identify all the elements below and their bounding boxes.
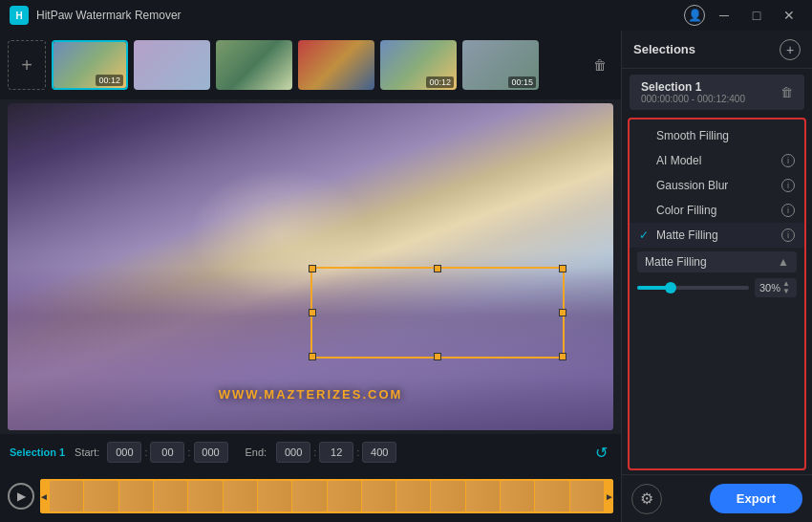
user-icon[interactable]: 👤 (684, 5, 705, 26)
filmstrip-thumb-6[interactable]: 00:15 (462, 40, 539, 90)
handle-tm[interactable] (434, 265, 441, 272)
gear-icon: ⚙ (640, 489, 653, 508)
timeline-frame (292, 481, 326, 511)
start-hours-input[interactable]: 000 (107, 442, 141, 463)
method-label-color: Color Filling (656, 204, 778, 217)
timeline-frame (50, 481, 83, 511)
titlebar: H HitPaw Watermark Remover 👤 ─ □ ✕ (0, 0, 812, 31)
handle-rm[interactable] (559, 309, 566, 316)
method-label-ai: AI Model (656, 154, 778, 167)
dropdown-arrow-icon: ▲ (778, 255, 789, 269)
app-logo: H (10, 6, 29, 25)
timeline-track[interactable]: ◄ (40, 479, 613, 513)
add-media-button[interactable]: + (8, 40, 46, 90)
delete-media-button[interactable]: 🗑 (587, 52, 613, 78)
method-color-filling[interactable]: Color Filling i (630, 198, 804, 223)
timeline-frame (396, 481, 430, 511)
dropdown-selected-label: Matte Filling (645, 255, 707, 269)
start-label: Start: (75, 446, 99, 458)
timeline-handle-right[interactable]: ► (606, 479, 613, 513)
slider-value: 30% (759, 282, 780, 294)
slider-value-box: 30% ▲ ▼ (755, 278, 797, 297)
close-button[interactable]: ✕ (776, 6, 802, 25)
filmstrip-thumb-3[interactable] (216, 40, 292, 90)
settings-button[interactable]: ⚙ (631, 484, 662, 514)
matte-filling-info-icon[interactable]: i (781, 228, 795, 242)
timeline: ▶ ◄ (0, 470, 621, 522)
timeline-frame (501, 481, 534, 511)
end-label: End: (246, 446, 267, 458)
end-minutes-input[interactable]: 12 (319, 442, 353, 463)
method-matte-filling[interactable]: ✓ Matte Filling i (630, 223, 804, 248)
method-list: Smooth Filling AI Model i Gaussion Blur … (628, 118, 806, 470)
method-smooth-filling[interactable]: Smooth Filling (630, 123, 804, 148)
filmstrip-thumb-2[interactable] (134, 40, 210, 90)
filmstrip: + 00:12 00:12 00:15 🗑 (0, 31, 621, 99)
app-title: HitPaw Watermark Remover (36, 9, 182, 22)
filmstrip-thumb-4[interactable] (298, 40, 374, 90)
filmstrip-thumb-1[interactable]: 00:12 (52, 40, 128, 90)
method-check-matte: ✓ (639, 228, 652, 242)
handle-tr[interactable] (559, 265, 566, 272)
play-button[interactable]: ▶ (8, 483, 34, 510)
timeline-frame (84, 481, 118, 511)
method-label-smooth: Smooth Filling (656, 129, 795, 142)
export-button[interactable]: Export (710, 484, 802, 513)
color-filling-info-icon[interactable]: i (781, 204, 795, 217)
ai-model-info-icon[interactable]: i (781, 154, 795, 167)
selections-header: Selections + (622, 31, 812, 69)
matte-slider-track[interactable] (637, 286, 749, 290)
handle-bl[interactable] (309, 353, 316, 360)
handle-lm[interactable] (309, 309, 316, 316)
selection-name-label: Selection 1 (10, 446, 65, 458)
method-ai-model[interactable]: AI Model i (630, 148, 804, 173)
selection-info: Selection 1 000:00:000 - 000:12:400 (641, 80, 745, 104)
refresh-button[interactable]: ↺ (590, 442, 611, 463)
watermark-text: WWW.MAZTERIZES.COM (219, 387, 403, 402)
minimize-button[interactable]: ─ (711, 6, 737, 25)
end-seconds-input[interactable]: 400 (362, 442, 396, 463)
right-panel: Selections + Selection 1 000:00:000 - 00… (621, 31, 812, 522)
slider-arrows[interactable]: ▲ ▼ (782, 280, 790, 295)
slider-thumb[interactable] (665, 282, 676, 294)
selection-delete-button[interactable]: 🗑 (780, 85, 793, 99)
titlebar-controls: 👤 ─ □ ✕ (684, 5, 802, 26)
titlebar-left: H HitPaw Watermark Remover (10, 6, 182, 25)
selection-item: Selection 1 000:00:000 - 000:12:400 🗑 (630, 75, 804, 110)
thumb-5-time: 00:12 (426, 76, 454, 88)
handle-tl[interactable] (309, 265, 316, 272)
handle-bm[interactable] (434, 353, 441, 360)
handle-br[interactable] (559, 353, 566, 360)
video-preview: WWW.MAZTERIZES.COM (8, 103, 613, 430)
timeline-frame (466, 481, 500, 511)
start-seconds-input[interactable]: 000 (194, 442, 228, 463)
timeline-handle-left[interactable]: ◄ (40, 479, 48, 513)
timeline-frame (431, 481, 464, 511)
slider-row: 30% ▲ ▼ (637, 276, 797, 299)
main-layout: + 00:12 00:12 00:15 🗑 (0, 31, 812, 522)
filmstrip-thumb-5[interactable]: 00:12 (380, 40, 457, 90)
maximize-button[interactable]: □ (743, 6, 770, 25)
gaussion-blur-info-icon[interactable]: i (781, 179, 795, 192)
slider-down-arrow[interactable]: ▼ (782, 288, 790, 295)
timeline-frame (570, 481, 604, 511)
controls-bar: Selection 1 Start: 000 : 00 : 000 End: 0… (0, 434, 621, 470)
timeline-frame (328, 481, 361, 511)
method-label-gaussion: Gaussion Blur (656, 179, 778, 192)
timeline-frame (188, 481, 222, 511)
timeline-frame (535, 481, 568, 511)
timeline-frame (362, 481, 395, 511)
start-minutes-input[interactable]: 00 (150, 442, 184, 463)
selection-box[interactable] (310, 267, 565, 359)
selections-title: Selections (633, 42, 695, 56)
end-hours-input[interactable]: 000 (276, 442, 310, 463)
add-selection-button[interactable]: + (780, 39, 801, 60)
bottom-bar: ⚙ Export (622, 474, 812, 522)
left-panel: + 00:12 00:12 00:15 🗑 (0, 31, 621, 522)
selection-item-name: Selection 1 (641, 80, 745, 94)
selection-item-time: 000:00:000 - 000:12:400 (641, 94, 745, 104)
filling-type-dropdown[interactable]: Matte Filling ▲ (637, 251, 797, 272)
thumb-6-time: 00:15 (508, 76, 536, 88)
method-gaussion-blur[interactable]: Gaussion Blur i (630, 173, 804, 198)
timeline-frame (224, 481, 257, 511)
